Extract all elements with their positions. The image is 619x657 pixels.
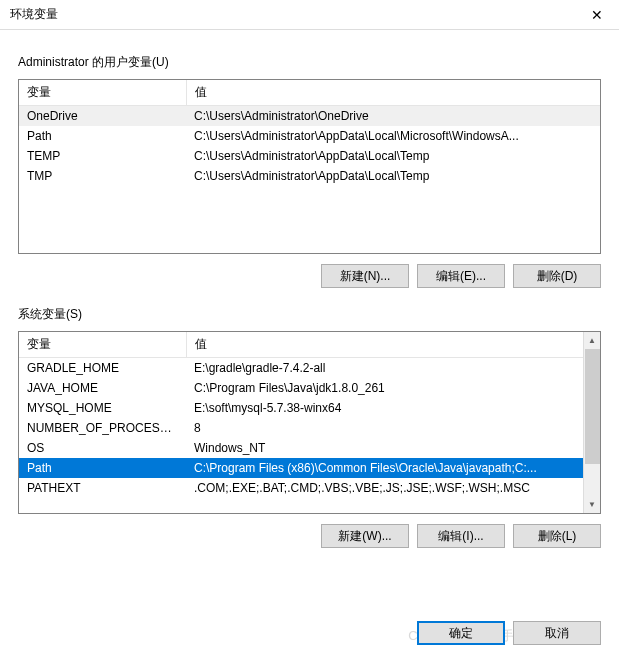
ok-button[interactable]: 确定 xyxy=(417,621,505,645)
user-buttons: 新建(N)... 编辑(E)... 删除(D) xyxy=(18,264,601,288)
user-delete-button[interactable]: 删除(D) xyxy=(513,264,601,288)
table-row[interactable]: TEMPC:\Users\Administrator\AppData\Local… xyxy=(19,146,600,166)
var-name-cell: MYSQL_HOME xyxy=(19,398,186,418)
var-name-cell: PATHEXT xyxy=(19,478,186,498)
sys-header-variable[interactable]: 变量 xyxy=(19,332,186,358)
scroll-up-icon[interactable]: ▲ xyxy=(584,332,600,349)
user-header-variable[interactable]: 变量 xyxy=(19,80,186,106)
var-value-cell: C:\Program Files (x86)\Common Files\Orac… xyxy=(186,458,583,478)
table-row[interactable]: NUMBER_OF_PROCESSORS8 xyxy=(19,418,583,438)
table-row[interactable]: TMPC:\Users\Administrator\AppData\Local\… xyxy=(19,166,600,186)
user-header-value[interactable]: 值 xyxy=(186,80,600,106)
window-title: 环境变量 xyxy=(10,6,58,23)
user-edit-button[interactable]: 编辑(E)... xyxy=(417,264,505,288)
user-new-button[interactable]: 新建(N)... xyxy=(321,264,409,288)
sys-header-value[interactable]: 值 xyxy=(186,332,583,358)
var-value-cell: C:\Users\Administrator\AppData\Local\Tem… xyxy=(186,146,600,166)
var-value-cell: .COM;.EXE;.BAT;.CMD;.VBS;.VBE;.JS;.JSE;.… xyxy=(186,478,583,498)
system-buttons: 新建(W)... 编辑(I)... 删除(L) xyxy=(18,524,601,548)
var-value-cell: C:\Program Files\Java\jdk1.8.0_261 xyxy=(186,378,583,398)
var-name-cell: Path xyxy=(19,458,186,478)
close-button[interactable]: ✕ xyxy=(574,0,619,30)
sys-delete-button[interactable]: 删除(L) xyxy=(513,524,601,548)
var-value-cell: 8 xyxy=(186,418,583,438)
var-name-cell: OneDrive xyxy=(19,106,186,127)
table-row[interactable]: OneDriveC:\Users\Administrator\OneDrive xyxy=(19,106,600,127)
var-value-cell: C:\Users\Administrator\AppData\Local\Tem… xyxy=(186,166,600,186)
var-value-cell: E:\soft\mysql-5.7.38-winx64 xyxy=(186,398,583,418)
var-name-cell: JAVA_HOME xyxy=(19,378,186,398)
sys-new-button[interactable]: 新建(W)... xyxy=(321,524,409,548)
var-name-cell: Path xyxy=(19,126,186,146)
table-row[interactable]: MYSQL_HOMEE:\soft\mysql-5.7.38-winx64 xyxy=(19,398,583,418)
dialog-content: Administrator 的用户变量(U) 变量 值 OneDriveC:\U… xyxy=(0,30,619,578)
var-name-cell: GRADLE_HOME xyxy=(19,358,186,379)
table-row[interactable]: PathC:\Program Files (x86)\Common Files\… xyxy=(19,458,583,478)
table-row[interactable]: OSWindows_NT xyxy=(19,438,583,458)
titlebar: 环境变量 ✕ xyxy=(0,0,619,30)
sys-edit-button[interactable]: 编辑(I)... xyxy=(417,524,505,548)
dialog-footer: 确定 取消 xyxy=(0,609,619,657)
table-row[interactable]: PATHEXT.COM;.EXE;.BAT;.CMD;.VBS;.VBE;.JS… xyxy=(19,478,583,498)
var-value-cell: E:\gradle\gradle-7.4.2-all xyxy=(186,358,583,379)
var-value-cell: C:\Users\Administrator\AppData\Local\Mic… xyxy=(186,126,600,146)
system-vars-table[interactable]: 变量 值 GRADLE_HOMEE:\gradle\gradle-7.4.2-a… xyxy=(18,331,601,514)
scroll-down-icon[interactable]: ▼ xyxy=(584,496,600,513)
user-vars-table[interactable]: 变量 值 OneDriveC:\Users\Administrator\OneD… xyxy=(18,79,601,254)
close-icon: ✕ xyxy=(591,7,603,23)
table-row[interactable]: JAVA_HOMEC:\Program Files\Java\jdk1.8.0_… xyxy=(19,378,583,398)
var-name-cell: TEMP xyxy=(19,146,186,166)
scroll-thumb[interactable] xyxy=(585,349,600,464)
table-row[interactable]: PathC:\Users\Administrator\AppData\Local… xyxy=(19,126,600,146)
var-name-cell: OS xyxy=(19,438,186,458)
var-value-cell: Windows_NT xyxy=(186,438,583,458)
table-row[interactable]: GRADLE_HOMEE:\gradle\gradle-7.4.2-all xyxy=(19,358,583,379)
var-name-cell: TMP xyxy=(19,166,186,186)
cancel-button[interactable]: 取消 xyxy=(513,621,601,645)
user-vars-label: Administrator 的用户变量(U) xyxy=(18,54,601,71)
var-value-cell: C:\Users\Administrator\OneDrive xyxy=(186,106,600,127)
system-vars-label: 系统变量(S) xyxy=(18,306,601,323)
system-scrollbar[interactable]: ▲ ▼ xyxy=(583,332,600,513)
var-name-cell: NUMBER_OF_PROCESSORS xyxy=(19,418,186,438)
